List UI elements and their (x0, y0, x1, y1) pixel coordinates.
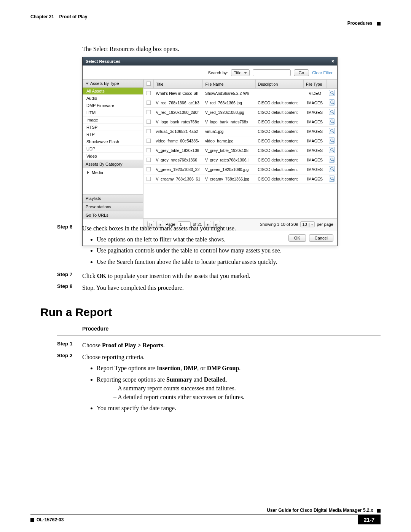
sidebar-section-header[interactable]: Go To URLs (83, 211, 143, 219)
header-rule (30, 20, 381, 20)
cell-filename: V_green_1920x1080.jpg (203, 165, 255, 174)
search-field-select[interactable]: Title (231, 69, 249, 76)
row-checkbox[interactable] (147, 129, 151, 133)
cell-description: CISCO default content (255, 108, 303, 117)
cell-filename: video_frame.jpg (203, 136, 255, 146)
sidebar-item[interactable]: Shockwave Flash (83, 138, 143, 145)
cell-filename: V_red_768x1366.jpg (203, 98, 255, 108)
cell-filename: ShowAndShare5.2.2-Wh (203, 89, 255, 98)
step-label: Step 7 (57, 272, 82, 280)
cell-description (255, 89, 303, 98)
cell-title: V_red_1920x1080_2d0f (154, 108, 203, 117)
cell-title: V_creamy_768x1366_61 (154, 174, 203, 184)
search-by-label: Search by: (208, 70, 228, 75)
row-checkbox[interactable] (147, 157, 151, 162)
cell-filetype: IMAGES (304, 165, 327, 174)
dialog-title: Select Resources (86, 59, 121, 64)
page-header: Chapter 21 Proof of Play (30, 14, 381, 19)
select-all-checkbox[interactable] (147, 81, 151, 86)
column-header (327, 80, 337, 89)
step-text: Stop. You have completed this procedure. (82, 283, 381, 292)
cell-description: CISCO default content (255, 136, 303, 146)
list-item: Use pagination controls under the table … (97, 246, 381, 255)
cell-title: video_frame_60e54385- (154, 136, 203, 146)
close-icon[interactable]: × (331, 59, 334, 64)
row-checkbox[interactable] (147, 91, 151, 95)
magnify-icon[interactable] (329, 176, 335, 182)
list-item: Use the Search function above the table … (97, 257, 381, 266)
row-checkbox[interactable] (147, 167, 151, 171)
table-row: V_logo_bank_rates768xV_logo_bank_rates76… (144, 117, 337, 127)
sidebar-item[interactable]: DMP Firmware (83, 102, 143, 109)
cell-filename: V_red_1920x1080.jpg (203, 108, 255, 117)
step-label: Step 2 (57, 353, 82, 415)
sidebar-assets-by-category-header[interactable]: Assets By Category (83, 160, 143, 168)
magnify-icon[interactable] (329, 99, 335, 105)
dialog-sidebar: Assets By Type All AssetsAudioDMP Firmwa… (83, 79, 143, 230)
table-row: V_red_768x1366_ac1b3V_red_768x1366.jpgCI… (144, 98, 337, 108)
cell-filetype: IMAGES (304, 127, 327, 136)
chapter-number: Chapter 21 (30, 14, 54, 19)
magnify-icon[interactable] (329, 128, 335, 134)
magnify-icon[interactable] (329, 118, 335, 125)
steps-group-a: Step 6 Use check boxes in the table to m… (57, 224, 381, 295)
page-footer: User Guide for Cisco Digital Media Manag… (30, 508, 381, 524)
magnify-icon[interactable] (329, 147, 335, 153)
sidebar-media-node[interactable]: Media (83, 168, 143, 177)
search-input[interactable] (253, 69, 291, 76)
cell-description: CISCO default content (255, 146, 303, 155)
dialog-titlebar: Select Resources × (83, 57, 337, 66)
row-checkbox[interactable] (147, 138, 151, 143)
assets-table: TitleFile NameDescriptionFile Type What'… (143, 79, 337, 184)
cell-filetype: IMAGES (304, 146, 327, 155)
column-header (144, 80, 154, 89)
sidebar-item[interactable]: Video (83, 153, 143, 160)
step-text: Click OK to populate your insertion with… (82, 272, 381, 280)
sidebar-item[interactable]: Image (83, 117, 143, 124)
chevron-down-icon (244, 72, 247, 74)
sidebar-item[interactable]: All Assets (83, 88, 143, 95)
row-checkbox[interactable] (147, 119, 151, 124)
magnify-icon[interactable] (329, 90, 335, 96)
magnify-icon[interactable] (329, 157, 335, 163)
list-item: Report Type options are Insertion, DMP, … (97, 364, 381, 372)
cell-filename: V_grey_rates768x1366.j (203, 155, 255, 165)
dialog-search-bar: Search by: Title Go Clear Filter (83, 66, 337, 79)
cell-title: What's New in Cisco Sh (154, 89, 203, 98)
magnify-icon[interactable] (329, 109, 335, 115)
magnify-icon[interactable] (329, 137, 335, 144)
sidebar-section-header[interactable]: Presentations (83, 203, 143, 211)
table-row: V_red_1920x1080_2d0fV_red_1920x1080.jpgC… (144, 108, 337, 117)
sidebar-item[interactable]: RTP (83, 131, 143, 138)
sidebar-item[interactable]: Audio (83, 95, 143, 102)
sidebar-section-header[interactable]: Playlists (83, 194, 143, 203)
step-label: Step 1 (57, 341, 82, 350)
clear-filter-link[interactable]: Clear Filter (312, 70, 333, 75)
step-text: Choose reporting criteria. Report Type o… (82, 353, 381, 415)
chapter-title: Proof of Play (59, 14, 87, 19)
cell-filetype: IMAGES (304, 174, 327, 184)
list-item: Reporting scope options are Summary and … (97, 375, 381, 402)
cell-filetype: IMAGES (304, 108, 327, 117)
magnify-icon[interactable] (329, 166, 335, 172)
row-checkbox[interactable] (147, 110, 151, 114)
sidebar-item[interactable]: HTML (83, 109, 143, 117)
row-checkbox[interactable] (147, 176, 151, 181)
cell-title: V_green_1920x1080_32 (154, 165, 203, 174)
sidebar-item[interactable]: UDP (83, 145, 143, 153)
table-row: What's New in Cisco ShShowAndShare5.2.2-… (144, 89, 337, 98)
procedure-rule (57, 335, 381, 335)
go-button[interactable]: Go (294, 69, 309, 76)
sidebar-item[interactable]: RTSP (83, 124, 143, 131)
cell-description: CISCO default content (255, 174, 303, 184)
row-checkbox[interactable] (147, 148, 151, 152)
cell-description: CISCO default content (255, 165, 303, 174)
sidebar-assets-by-type-header[interactable]: Assets By Type (83, 79, 143, 88)
cell-filetype: VIDEO (304, 89, 327, 98)
cell-filetype: IMAGES (304, 98, 327, 108)
doc-number: OL-15762-03 (37, 517, 64, 522)
section-heading-run-report: Run a Report (40, 306, 112, 319)
row-checkbox[interactable] (147, 100, 151, 105)
cell-title: virtua1_3d106521-4ab2- (154, 127, 203, 136)
column-header: File Type (304, 80, 327, 89)
